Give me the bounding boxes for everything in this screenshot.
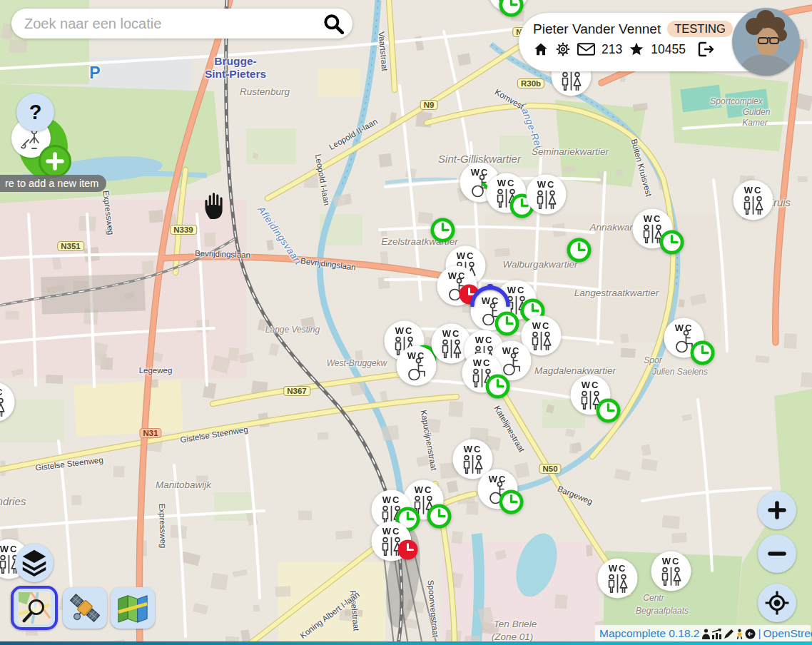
osm-link[interactable]: OpenStreetMap: [763, 627, 812, 640]
opening-hours-open-badge[interactable]: [659, 229, 685, 258]
opening-hours-open-badge[interactable]: [426, 503, 452, 532]
crosshair-icon: [764, 590, 790, 616]
surveyor-icon: [735, 629, 744, 639]
basemap-map-button[interactable]: [111, 587, 155, 629]
wheelchair-toilet-marker[interactable]: WC: [396, 345, 437, 389]
toilet-marker[interactable]: WC: [0, 382, 15, 425]
layers-icon: [19, 547, 49, 579]
toilet-marker[interactable]: WC: [597, 558, 638, 601]
svg-text:WC: WC: [456, 250, 474, 260]
search-bar: [11, 9, 352, 39]
wheelchair-toilet-marker[interactable]: WC: [664, 318, 704, 361]
contributors-icon: [701, 629, 711, 639]
opening-hours-open-badge[interactable]: [566, 237, 592, 266]
user-avatar[interactable]: [732, 8, 800, 76]
license-icon: [745, 629, 756, 639]
toilet-marker[interactable]: WC: [462, 352, 502, 396]
testing-badge: TESTING: [667, 21, 733, 37]
toilet-marker[interactable]: WC: [651, 551, 691, 594]
bottom-accent-bar: [0, 641, 812, 645]
basemap-satellite-button[interactable]: [63, 587, 107, 629]
svg-text:WC: WC: [497, 177, 515, 188]
edit-pencil-icon: [724, 629, 734, 639]
svg-text:WC: WC: [382, 494, 400, 504]
satellite-icon: [68, 591, 102, 625]
svg-text:WC: WC: [414, 484, 432, 494]
svg-text:WC: WC: [608, 562, 626, 573]
svg-text:WC: WC: [744, 184, 762, 195]
svg-text:WC: WC: [643, 213, 661, 223]
user-name[interactable]: Pieter Vander Vennet: [533, 21, 661, 37]
svg-text:WC: WC: [463, 443, 482, 454]
help-button[interactable]: ?: [16, 93, 54, 131]
zoom-in-button[interactable]: [758, 491, 796, 529]
statistics-icon: [711, 629, 723, 639]
search-icon[interactable]: [323, 13, 344, 34]
svg-text:WC: WC: [661, 555, 680, 566]
selected-marker-arc[interactable]: [469, 284, 512, 310]
home-icon[interactable]: [533, 41, 549, 57]
toilet-marker[interactable]: WC: [570, 375, 611, 418]
attribution-icons: [701, 629, 756, 639]
wheelchair-toilet-marker[interactable]: WC: [477, 469, 518, 512]
opening-hours-open-badge[interactable]: [595, 397, 621, 427]
svg-text:WC: WC: [532, 320, 550, 330]
attribution-bar: Mapcomplete 0.18.2 | OpenStreetMap: [595, 625, 811, 642]
svg-text:WC: WC: [442, 327, 460, 338]
opening-hours-open-badge[interactable]: [430, 217, 456, 246]
plus-icon: [766, 499, 788, 521]
opening-hours-open-badge[interactable]: [689, 340, 716, 369]
folded-map-icon: [116, 591, 150, 625]
attribution-app[interactable]: Mapcomplete 0.18.2: [599, 627, 699, 640]
svg-text:WC: WC: [0, 386, 4, 397]
hand-cursor-icon: [201, 191, 226, 223]
svg-text:WC: WC: [581, 379, 599, 390]
svg-text:WC: WC: [382, 525, 400, 536]
messages-count[interactable]: 213: [602, 42, 622, 57]
gear-icon[interactable]: [555, 41, 571, 57]
svg-text:WC: WC: [0, 543, 18, 554]
zoom-out-button[interactable]: [758, 534, 796, 573]
opening-hours-closed-badge[interactable]: [397, 539, 419, 564]
toilet-marker[interactable]: WC: [486, 173, 527, 216]
search-input[interactable]: [23, 15, 323, 33]
svg-text:WC: WC: [395, 325, 413, 335]
minus-icon: [766, 543, 788, 564]
messages-icon[interactable]: [577, 43, 595, 56]
changesets-count[interactable]: 10455: [651, 42, 686, 57]
svg-text:WC: WC: [537, 178, 555, 189]
basemap-osm-carto-button[interactable]: [11, 586, 58, 630]
star-icon: [629, 41, 644, 57]
add-new-item-button[interactable]: [39, 145, 71, 178]
toilet-marker[interactable]: WC: [526, 174, 567, 218]
toilet-marker[interactable]: WC: [632, 208, 673, 252]
help-label: ?: [29, 101, 42, 124]
opening-hours-open-badge[interactable]: [498, 0, 524, 21]
mapcomplete-app: Brugge-Sint-PietersRustenburgSint-Gillis…: [0, 0, 812, 645]
svg-text:WC: WC: [472, 357, 491, 367]
layers-button[interactable]: [15, 544, 54, 582]
geolocate-button[interactable]: [758, 584, 796, 622]
toilet-marker[interactable]: WC: [733, 180, 773, 223]
add-item-tooltip: re to add a new item: [0, 175, 106, 192]
attribution-separator: |: [758, 627, 761, 640]
logout-icon[interactable]: [696, 41, 715, 57]
toilet-marker[interactable]: WC: [371, 521, 412, 564]
user-panel: Pieter Vander Vennet TESTING 213: [519, 13, 794, 71]
osm-carto-icon: [17, 591, 51, 625]
opening-hours-open-badge[interactable]: [484, 373, 511, 402]
opening-hours-open-badge[interactable]: [498, 489, 524, 518]
